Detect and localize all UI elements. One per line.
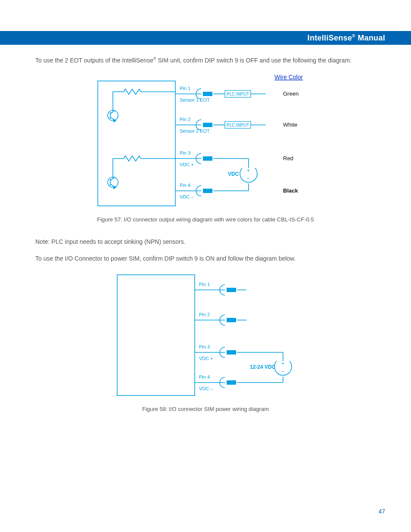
svg-rect-41 xyxy=(227,318,236,322)
fig58-pin2-label: Pin 2 xyxy=(199,312,210,317)
fig58-pin3-sub: VDC + xyxy=(199,356,213,361)
svg-rect-0 xyxy=(98,81,175,206)
page: IntelliSense® Manual To use the 2 EOT ou… xyxy=(0,0,411,532)
svg-rect-44 xyxy=(227,350,236,355)
fig57-color3: Red xyxy=(283,155,293,162)
fig58-pin1-label: Pin 1 xyxy=(199,282,210,287)
svg-rect-50 xyxy=(227,380,236,385)
figure-57-caption: Figure 57: I/O connector output wiring d… xyxy=(97,216,314,223)
svg-rect-36 xyxy=(117,275,195,395)
fig57-pin4-sub: VDC – xyxy=(180,194,194,199)
intro-paragraph-2: To use the I/O Connector to power SIM, c… xyxy=(35,254,376,263)
wire-color-heading: Wire Color xyxy=(274,74,303,81)
header-banner: IntelliSense® Manual xyxy=(0,31,411,45)
note-paragraph: Note: PLC input needs to accept sinking … xyxy=(35,237,376,246)
intro-paragraph-1: To use the 2 EOT outputs of the IntelliS… xyxy=(35,56,376,65)
fig57-plc2: PLC INPUT xyxy=(227,123,249,128)
fig57-color1: Green xyxy=(283,90,299,97)
header-title-b: Manual xyxy=(355,34,385,42)
fig58-pin4-label: Pin 4 xyxy=(199,374,210,380)
figure-57: Pin 1 Sensor 1 EOT PLC INPUT Green Pin 2… xyxy=(35,72,376,234)
header-title-a: IntelliSense xyxy=(308,34,352,42)
figure-57-svg: Pin 1 Sensor 1 EOT PLC INPUT Green Pin 2… xyxy=(93,72,318,210)
page-number: 47 xyxy=(378,508,385,515)
fig58-pin4-sub: VDC – xyxy=(199,386,213,391)
fig57-plus: + xyxy=(247,168,250,174)
svg-rect-23 xyxy=(203,123,212,127)
fig58-pin3-label: Pin 3 xyxy=(199,344,210,349)
fig57-pin3-label: Pin 3 xyxy=(180,150,190,156)
figure-58-svg: Pin 1 Pin 2 Pin 3 VDC + xyxy=(113,271,298,400)
p1b: SIM unit, confirm DIP switch 9 is OFF an… xyxy=(156,57,351,64)
fig57-minus: – xyxy=(247,175,250,181)
svg-rect-28 xyxy=(203,156,212,161)
fig57-pin4-label: Pin 4 xyxy=(180,183,190,188)
fig57-vdc: VDC xyxy=(228,171,239,177)
svg-rect-18 xyxy=(203,92,212,96)
header-title: IntelliSense® Manual xyxy=(308,34,385,43)
fig57-pin2-label: Pin 2 xyxy=(180,117,190,122)
fig57-pin1-sub: Sensor 1 EOT xyxy=(180,97,210,103)
fig57-plc1: PLC INPUT xyxy=(227,92,249,96)
svg-rect-38 xyxy=(227,288,236,292)
figure-58-caption: Figure 58: I/O connector SIM power wirin… xyxy=(142,406,269,412)
fig57-pin1-label: Pin 1 xyxy=(180,86,190,91)
fig58-plus: + xyxy=(281,361,284,367)
fig57-color4: Black xyxy=(283,187,298,194)
fig58-minus: – xyxy=(281,368,284,374)
figure-58: Pin 1 Pin 2 Pin 3 VDC + xyxy=(35,271,376,423)
p1a: To use the 2 EOT outputs of the IntelliS… xyxy=(35,57,153,64)
registered-mark: ® xyxy=(352,34,355,38)
fig58-vdc: 12-24 VDC xyxy=(250,364,276,370)
content-area: To use the 2 EOT outputs of the IntelliS… xyxy=(35,56,376,427)
svg-rect-35 xyxy=(203,189,212,193)
fig57-pin3-sub: VDC + xyxy=(180,162,194,167)
fig57-color2: White xyxy=(283,121,297,128)
fig57-pin2-sub: Sensor 2 EOT xyxy=(180,128,210,134)
